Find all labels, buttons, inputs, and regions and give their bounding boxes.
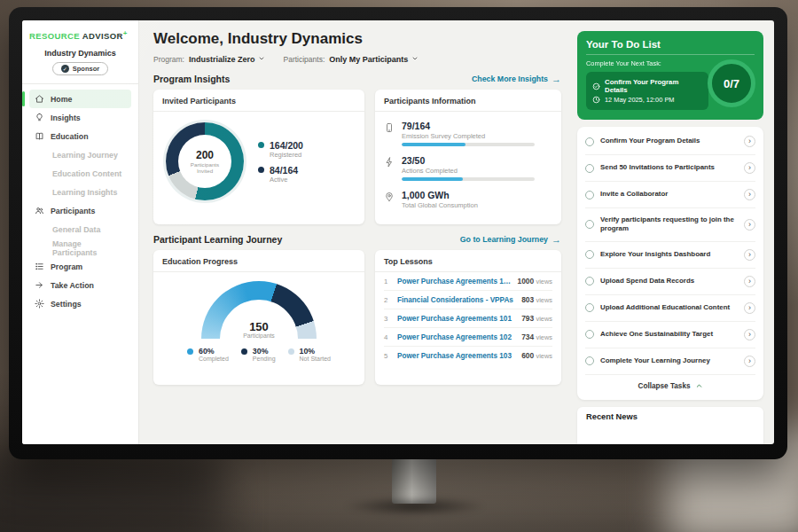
- sidebar-nav: Home Insights Education Learning Journey…: [29, 90, 131, 313]
- sidebar-item-label: General Data: [52, 225, 100, 234]
- sidebar-item-education-content[interactable]: Education Content: [29, 164, 131, 183]
- task-item[interactable]: Send 50 Invitations to Participants ›: [585, 155, 755, 182]
- sidebar-item-learning-insights[interactable]: Learning Insights: [29, 183, 131, 201]
- page-title: Welcome, Industry Dynamics: [153, 30, 561, 48]
- chevron-right-icon[interactable]: ›: [744, 302, 755, 314]
- task-item[interactable]: Achieve One Sustainability Target ›: [585, 322, 755, 348]
- task-item[interactable]: Upload Spend Data Records ›: [585, 269, 755, 295]
- sidebar-item-general-data[interactable]: General Data: [29, 220, 131, 239]
- info-row-survey: 79/164 Emission Survey Completed: [384, 121, 552, 146]
- education-progress-card: Education Progress 150 Participants: [153, 250, 364, 385]
- views-value: 600: [521, 351, 534, 360]
- chevron-right-icon[interactable]: ›: [744, 329, 755, 340]
- chevron-right-icon[interactable]: ›: [744, 189, 755, 200]
- task-checkbox[interactable]: [585, 303, 594, 312]
- lesson-link[interactable]: Power Purchase Agreements 103: [397, 352, 515, 360]
- collapse-tasks-button[interactable]: Collapse Tasks: [585, 375, 755, 398]
- donut-label: Participants Invited: [185, 161, 224, 175]
- lesson-link[interactable]: Power Purchase Agreements 101: [397, 315, 515, 323]
- link-label: Check More Insights: [472, 74, 548, 83]
- program-select[interactable]: Industrialize Zero: [189, 55, 266, 64]
- lesson-link[interactable]: Power Purchase Agreements 101: [397, 278, 512, 286]
- task-checkbox[interactable]: [585, 356, 594, 365]
- monitor-stand-shadow: [344, 497, 486, 516]
- check-more-insights-link[interactable]: Check More Insights →: [472, 74, 561, 84]
- sponsor-badge[interactable]: ✓ Sponsor: [52, 62, 108, 75]
- sidebar-divider: [22, 83, 138, 84]
- todo-summary-card: Your To Do List Complete Your Next Task:…: [577, 31, 763, 120]
- program-filter-label: Program:: [153, 55, 184, 64]
- task-label: Confirm Your Program Details: [600, 137, 738, 145]
- sidebar-item-manage-participants[interactable]: Manage Participants: [29, 239, 131, 257]
- task-checkbox[interactable]: [585, 330, 594, 339]
- participants-select-value: Only My Participants: [329, 55, 408, 64]
- sidebar-item-learning-journey[interactable]: Learning Journey: [29, 145, 131, 164]
- lesson-views: 803 views: [521, 295, 552, 304]
- app-logo: RESOURCE ADVISOR+: [29, 29, 131, 41]
- task-checkbox[interactable]: [585, 164, 594, 173]
- go-to-learning-journey-link[interactable]: Go to Learning Journey →: [460, 235, 561, 245]
- sidebar-item-home[interactable]: Home: [29, 90, 131, 108]
- task-item[interactable]: Invite a Collaborator ›: [585, 182, 755, 208]
- task-item[interactable]: Confirm Your Program Details ›: [585, 129, 755, 155]
- sidebar: RESOURCE ADVISOR+ Industry Dynamics ✓ Sp…: [22, 20, 139, 444]
- task-checkbox[interactable]: [585, 220, 594, 229]
- chevron-right-icon[interactable]: ›: [744, 249, 755, 261]
- legend-item-pending: 30% Pending: [241, 347, 276, 362]
- lesson-link[interactable]: Financial Considerations - VPPAs: [397, 296, 515, 304]
- sidebar-item-take-action[interactable]: Take Action: [29, 276, 131, 294]
- info-value: 79/164: [402, 121, 535, 131]
- survey-icon: [384, 122, 395, 133]
- education-progress-gauge: 150 Participants: [201, 281, 317, 339]
- sidebar-item-label: Education Content: [52, 169, 121, 178]
- sidebar-item-insights[interactable]: Insights: [29, 108, 131, 127]
- chevron-right-icon[interactable]: ›: [744, 162, 755, 174]
- chevron-right-icon[interactable]: ›: [744, 219, 755, 231]
- sidebar-item-label: Participants: [51, 207, 95, 215]
- lesson-row: 5 Power Purchase Agreements 103 600 view…: [384, 347, 552, 364]
- task-checkbox[interactable]: [585, 191, 594, 200]
- screen: RESOURCE ADVISOR+ Industry Dynamics ✓ Sp…: [22, 20, 774, 444]
- check-circle-icon: [592, 82, 600, 90]
- task-item[interactable]: Explore Your Insights Dashboard ›: [585, 242, 755, 269]
- task-checkbox[interactable]: [585, 250, 594, 259]
- card-title: Education Progress: [153, 257, 364, 272]
- task-item[interactable]: Upload Additional Educational Content ›: [585, 295, 755, 322]
- logo-plus: +: [123, 29, 128, 37]
- recent-news-title: Recent News: [586, 412, 755, 421]
- next-task-box[interactable]: Confirm Your Program Details 12 May 2025…: [586, 72, 708, 110]
- task-item[interactable]: Complete Your Learning Journey ›: [585, 348, 755, 375]
- program-filter: Program: Industrialize Zero: [153, 55, 265, 64]
- legend-label: Active: [270, 176, 298, 184]
- sidebar-item-participants[interactable]: Participants: [29, 201, 131, 220]
- lesson-row: 3 Power Purchase Agreements 101 793 view…: [384, 309, 552, 328]
- task-item[interactable]: Verify participants requesting to join t…: [585, 208, 755, 242]
- sidebar-item-label: Home: [51, 95, 72, 104]
- task-checkbox[interactable]: [585, 277, 594, 286]
- participants-select[interactable]: Only My Participants: [329, 55, 419, 64]
- lesson-link[interactable]: Power Purchase Agreements 102: [397, 333, 515, 341]
- task-checkbox[interactable]: [585, 137, 594, 146]
- legend-item-not-started: 10% Not Started: [288, 347, 331, 362]
- chevron-right-icon[interactable]: ›: [744, 136, 755, 147]
- sidebar-item-program[interactable]: Program: [29, 257, 131, 276]
- task-label: Send 50 Invitations to Participants: [600, 163, 738, 172]
- info-row-consumption: 1,000 GWh Total Global Consumption: [384, 190, 552, 212]
- arrow-action-icon: [35, 280, 44, 290]
- info-label: Actions Completed: [402, 167, 535, 175]
- arrow-right-icon: →: [552, 74, 561, 84]
- invited-participants-card: Invited Participants 200 Participants In…: [153, 90, 364, 224]
- main-content: Welcome, Industry Dynamics Program: Indu…: [139, 20, 574, 444]
- lesson-rank: 1: [384, 278, 391, 286]
- filters-row: Program: Industrialize Zero Participants…: [153, 55, 561, 64]
- legend-label: Registered: [270, 151, 303, 159]
- task-label: Verify participants requesting to join t…: [600, 215, 738, 234]
- chevron-right-icon[interactable]: ›: [744, 276, 755, 287]
- todo-progress-value: 0/7: [724, 77, 739, 90]
- sidebar-item-settings[interactable]: Settings: [29, 294, 131, 313]
- donut-legend: 164/200 Registered 84/164 Active: [258, 134, 303, 190]
- sidebar-item-education[interactable]: Education: [29, 127, 131, 145]
- chevron-right-icon[interactable]: ›: [744, 356, 755, 367]
- sidebar-item-label: Program: [51, 262, 82, 271]
- sidebar-item-label: Education: [51, 132, 89, 141]
